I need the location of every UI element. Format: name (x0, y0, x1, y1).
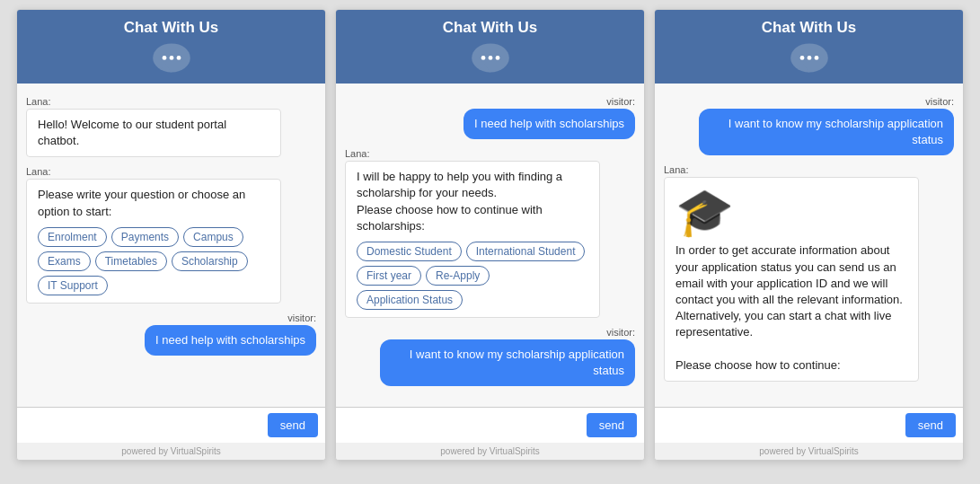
powered-by-3: powered by VirtualSpirits (655, 443, 963, 460)
sender-label: Lana: (26, 166, 316, 177)
powered-by-1: powered by VirtualSpirits (17, 443, 325, 460)
svg-point-13 (807, 56, 811, 60)
chat-icon-1 (150, 40, 193, 78)
option-application-status[interactable]: Application Status (357, 290, 463, 310)
message-row: Lana: Please write your question or choo… (26, 161, 316, 303)
option-buttons: Enrolment Payments Campus Exams Timetabl… (38, 227, 269, 295)
chat-footer-3: send (655, 407, 963, 443)
sender-label: Lana: (26, 96, 316, 107)
bot-text: In order to get accurate information abo… (675, 243, 903, 371)
message-row: visitor: I want to know my scholarship a… (664, 91, 954, 155)
chat-icon-2 (469, 40, 512, 78)
chat-messages-1: Lana: Hello! Welcome to our student port… (17, 84, 325, 407)
svg-point-3 (169, 56, 173, 60)
chat-footer-2: send (336, 407, 644, 443)
chat-widget-3: Chat With Us visitor: I want to know my … (654, 9, 964, 461)
svg-point-8 (488, 56, 492, 60)
chat-input-2[interactable] (343, 418, 581, 432)
header-title-3: Chat With Us (762, 19, 857, 37)
option-payments[interactable]: Payments (111, 227, 179, 247)
graduation-cap-icon: 🎓 (675, 189, 907, 235)
chat-messages-3: visitor: I want to know my scholarship a… (655, 84, 963, 407)
chat-header-2: Chat With Us (336, 10, 644, 84)
header-title-2: Chat With Us (443, 19, 538, 37)
message-row: visitor: I need help with scholarships (26, 307, 316, 356)
bot-bubble: Please write your question or choose an … (26, 179, 281, 303)
header-title-1: Chat With Us (124, 19, 219, 37)
svg-point-12 (799, 56, 804, 60)
option-timetables[interactable]: Timetables (95, 251, 167, 271)
option-it-support[interactable]: IT Support (38, 276, 108, 295)
sender-label: visitor: (664, 96, 954, 107)
svg-point-7 (481, 56, 485, 60)
option-reapply[interactable]: Re-Apply (426, 266, 490, 286)
visitor-bubble: I want to know my scholarship applicatio… (380, 339, 635, 386)
chat-input-1[interactable] (24, 418, 262, 432)
option-scholarship[interactable]: Scholarship (172, 251, 248, 271)
powered-by-2: powered by VirtualSpirits (336, 443, 644, 460)
svg-point-2 (162, 56, 166, 60)
option-campus[interactable]: Campus (183, 227, 243, 247)
visitor-bubble: I need help with scholarships (145, 325, 316, 356)
message-row: Lana: Hello! Welcome to our student port… (26, 91, 316, 157)
option-buttons: Domestic Student International Student F… (357, 242, 588, 310)
sender-label: visitor: (345, 96, 635, 107)
chat-input-3[interactable] (662, 418, 900, 432)
option-exams[interactable]: Exams (38, 251, 91, 271)
svg-point-9 (495, 56, 499, 60)
visitor-bubble: I need help with scholarships (464, 109, 635, 139)
chat-header-1: Chat With Us (17, 10, 325, 84)
option-first-year[interactable]: First year (357, 266, 421, 286)
sender-label: visitor: (26, 312, 316, 323)
message-row: Lana: I will be happy to help you with f… (345, 143, 635, 318)
chat-icon-3 (788, 40, 831, 78)
message-row: visitor: I want to know my scholarship a… (345, 321, 635, 386)
sender-label: visitor: (345, 327, 635, 338)
svg-point-14 (814, 56, 818, 60)
send-button-3[interactable]: send (905, 413, 956, 437)
bot-text: I will be happy to help you with finding… (357, 170, 562, 233)
bot-text: Please write your question or choose an … (38, 188, 245, 217)
visitor-bubble: I want to know my scholarship applicatio… (699, 109, 954, 155)
chat-widget-1: Chat With Us Lana: Hello! Welcome to our… (16, 9, 326, 461)
chat-header-3: Chat With Us (655, 10, 963, 84)
message-row: Lana: 🎓 In order to get accurate informa… (664, 159, 954, 382)
svg-point-4 (176, 56, 181, 60)
bot-bubble: Hello! Welcome to our student portal cha… (26, 109, 281, 157)
sender-label: Lana: (664, 164, 954, 175)
message-row: visitor: I need help with scholarships (345, 91, 635, 139)
send-button-1[interactable]: send (268, 413, 318, 437)
send-button-2[interactable]: send (587, 413, 637, 437)
option-domestic[interactable]: Domestic Student (357, 242, 462, 261)
bot-bubble: 🎓 In order to get accurate information a… (664, 177, 919, 382)
option-enrolment[interactable]: Enrolment (38, 227, 107, 247)
chat-messages-2: visitor: I need help with scholarships L… (336, 84, 644, 407)
bot-bubble: I will be happy to help you with finding… (345, 161, 600, 318)
chat-footer-1: send (17, 407, 325, 443)
sender-label: Lana: (345, 148, 635, 159)
option-international[interactable]: International Student (466, 242, 586, 261)
chat-widget-2: Chat With Us visitor: I need help with s… (335, 9, 645, 461)
